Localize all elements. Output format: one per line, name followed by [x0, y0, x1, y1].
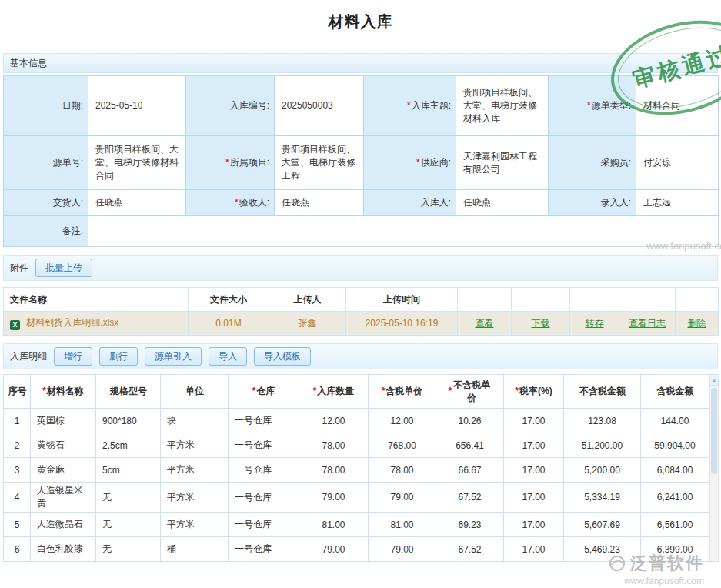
source-type-label: *源单类型: [549, 76, 636, 136]
attachments-table: 文件名称 文件大小 上传人 上传时间 X 材料到货入库明细.xlsx 0.01M… [3, 287, 719, 336]
attachment-file-link[interactable]: 材料到货入库明细.xlsx [26, 317, 118, 328]
import-template-button[interactable]: 导入模板 [254, 347, 311, 366]
cell-material-name: 黄锈石 [31, 433, 96, 458]
att-col-filename: 文件名称 [4, 288, 189, 312]
cell-warehouse: 一号仓库 [229, 483, 299, 513]
cell-unit: 桶 [161, 537, 229, 562]
date-value: 2025-05-10 [88, 76, 186, 136]
recorder-label: 录入人: [549, 190, 636, 216]
cell-amount-tax: 144.00 [641, 409, 709, 433]
att-col-action-1 [458, 288, 512, 312]
acceptor-value: 任晓燕 [275, 190, 364, 216]
cell-price-tax: 12.00 [369, 409, 436, 433]
cell-spec: 2.5cm [96, 433, 161, 458]
cell-price-notax: 69.23 [436, 513, 504, 537]
basic-info-section-title: 基本信息 [10, 58, 47, 68]
cell-warehouse: 一号仓库 [229, 433, 299, 458]
subject-label: *入库主题: [364, 76, 456, 136]
remark-value [88, 216, 719, 247]
attachment-row: X 材料到货入库明细.xlsx 0.01M 张鑫 2025-05-10 16:1… [4, 312, 719, 336]
source-import-button[interactable]: 源单引入 [145, 347, 202, 366]
add-row-button[interactable]: 增行 [54, 347, 92, 366]
batch-upload-button[interactable]: 批量上传 [35, 259, 92, 277]
att-col-action-2 [512, 288, 570, 312]
cell-price-notax: 656.41 [436, 433, 504, 458]
detail-row: 4 人造银星米黄 无 平方米 一号仓库 79.00 79.00 67.52 17… [4, 483, 709, 513]
project-label: *所属项目: [186, 136, 275, 190]
cell-warehouse: 一号仓库 [229, 513, 299, 537]
cell-amount-notax: 5,469.23 [564, 537, 641, 562]
watermark-url-text: www.fanpusoft.com [609, 576, 704, 586]
supplier-value: 天津嘉利园林工程有限公司 [456, 136, 549, 190]
view-log-link[interactable]: 查看日志 [629, 318, 666, 329]
cell-unit: 块 [161, 409, 229, 433]
scroll-up-button[interactable]: ▲ [710, 375, 718, 386]
cell-amount-notax: 51,200.00 [564, 433, 641, 458]
cell-amount-notax: 5,607.69 [564, 513, 641, 537]
cell-seq: 1 [4, 409, 31, 433]
stocker-value: 任晓燕 [456, 190, 549, 216]
basic-info-section-header: 基本信息 [3, 53, 718, 73]
cell-quantity: 79.00 [299, 537, 369, 562]
col-unit: 单位 [161, 375, 229, 409]
cell-amount-tax: 6,241.00 [641, 483, 709, 513]
att-col-action-3 [570, 288, 619, 312]
col-amount-notax: 不含税金额 [564, 375, 641, 409]
stocker-label: 入库人: [364, 190, 456, 216]
cell-quantity: 79.00 [299, 483, 369, 513]
remark-label: 备注: [4, 216, 88, 247]
download-link[interactable]: 下载 [532, 318, 550, 329]
attachment-file-cell: X 材料到货入库明细.xlsx [4, 312, 189, 336]
inbound-no-value: 2025050003 [275, 76, 364, 136]
delete-row-button[interactable]: 删行 [99, 347, 138, 366]
scrollbar-thumb[interactable] [711, 388, 717, 474]
source-no-label: 源单号: [4, 136, 88, 190]
cell-material-name: 白色乳胶漆 [31, 537, 96, 562]
cell-price-tax: 81.00 [369, 513, 436, 537]
cell-quantity: 81.00 [299, 513, 369, 537]
col-material-name: *材料名称 [31, 375, 96, 409]
deliverer-label: 交货人: [4, 190, 88, 216]
cell-warehouse: 一号仓库 [229, 458, 299, 483]
detail-row: 2 黄锈石 2.5cm 平方米 一号仓库 78.00 768.00 656.41… [4, 433, 709, 458]
cell-price-notax: 66.67 [436, 458, 504, 483]
view-link[interactable]: 查看 [476, 318, 494, 329]
col-price-tax: *含税单价 [369, 375, 436, 409]
save-as-link[interactable]: 转存 [586, 318, 604, 329]
cell-tax-rate: 17.00 [504, 458, 564, 483]
cell-unit: 平方米 [161, 433, 229, 458]
purchaser-label: 采购员: [549, 136, 636, 190]
cell-seq: 5 [4, 513, 31, 537]
cell-quantity: 78.00 [299, 458, 369, 483]
acceptor-label: *验收人: [186, 190, 275, 216]
subject-value: 贵阳项目样板间、大堂、电梯厅装修材料入库 [456, 76, 549, 136]
cell-tax-rate: 17.00 [504, 433, 564, 458]
cell-price-tax: 78.00 [369, 458, 436, 483]
att-col-action-4 [619, 288, 676, 312]
col-quantity: *入库数量 [299, 375, 369, 409]
date-label: 日期: [4, 76, 88, 136]
cell-quantity: 12.00 [299, 409, 369, 433]
cell-tax-rate: 17.00 [504, 537, 564, 562]
col-tax-rate: *税率(%) [504, 375, 564, 409]
delete-link[interactable]: 删除 [688, 318, 706, 329]
cell-unit: 平方米 [161, 458, 229, 483]
detail-row: 5 人造微晶石 无 平方米 一号仓库 81.00 81.00 69.23 17.… [4, 513, 709, 537]
cell-unit: 平方米 [161, 483, 229, 513]
cell-price-tax: 79.00 [369, 483, 436, 513]
cell-material-name: 人造银星米黄 [31, 483, 96, 513]
cell-price-notax: 67.52 [436, 537, 504, 562]
cell-spec: 5cm [96, 458, 161, 483]
cell-tax-rate: 17.00 [504, 483, 564, 513]
attachment-upload-time: 2025-05-10 16:19 [346, 312, 458, 336]
scrollbar[interactable]: ▲ [709, 374, 719, 562]
cell-unit: 平方米 [161, 513, 229, 537]
import-button[interactable]: 导入 [209, 347, 247, 366]
cell-seq: 6 [4, 537, 31, 562]
detail-row: 6 白色乳胶漆 无 桶 一号仓库 79.00 79.00 67.52 17.00… [4, 537, 709, 562]
excel-file-icon: X [10, 320, 20, 330]
page-title: 材料入库 [0, 0, 721, 42]
col-warehouse: *仓库 [229, 375, 299, 409]
cell-warehouse: 一号仓库 [229, 537, 299, 562]
attachment-uploader: 张鑫 [269, 312, 346, 336]
